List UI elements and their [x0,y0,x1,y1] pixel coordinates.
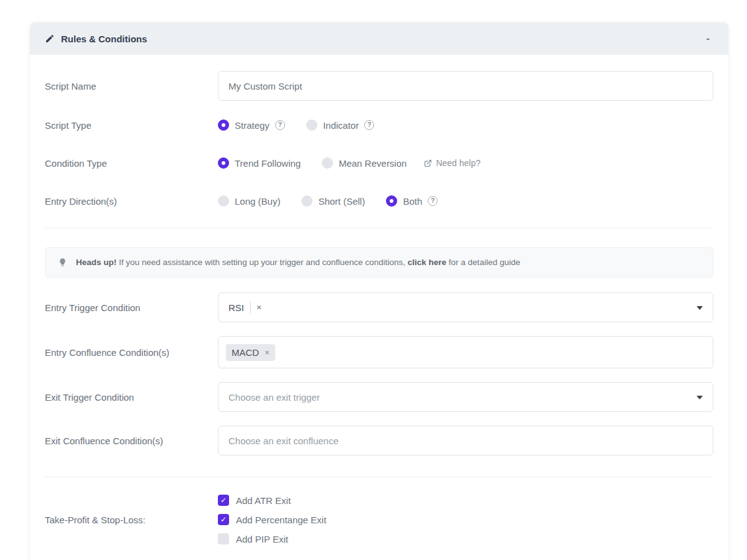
help-icon[interactable] [428,196,438,206]
radio-label: Both [403,196,422,207]
remove-tag-icon[interactable]: × [265,348,270,357]
script-name-input[interactable] [218,71,713,101]
exit-confluence-select[interactable]: Choose an exit confluence [218,426,713,455]
chevron-down-icon[interactable] [697,396,703,399]
radio-mean-reversion[interactable]: Mean Reversion [322,157,406,169]
checkbox-label: Add PIP Exit [236,534,288,544]
condition-type-radio-group: Trend Following Mean Reversion [218,157,406,169]
entry-trigger-label: Entry Trigger Condition [45,302,218,313]
checkbox-icon[interactable] [218,533,229,544]
script-type-radio-group: Strategy Indicator [218,119,374,131]
checkbox-add-atr-exit[interactable]: Add ATR Exit [218,495,326,506]
need-help-link[interactable]: Need help? [424,158,481,168]
help-icon[interactable] [275,120,285,130]
radio-icon[interactable] [218,195,229,207]
radio-label: Trend Following [235,158,301,169]
checkbox-icon[interactable] [218,514,229,525]
notice-bold-lead: Heads up! [76,258,116,267]
script-type-label: Script Type [45,120,218,131]
click-here-link[interactable]: click here [408,258,446,267]
entry-trigger-select[interactable]: RSI × [218,292,713,322]
entry-confluence-label: Entry Confluence Condition(s) [45,347,218,358]
select-placeholder: Choose an exit confluence [228,436,339,446]
tag-macd: MACD × [226,344,275,361]
checkbox-label: Add Percentange Exit [236,515,326,525]
notice-text: Heads up! If you need assistance with se… [76,258,520,267]
external-link-icon [424,159,432,167]
tp-sl-row: Take-Profit & Stop-Loss: Add ATR Exit Ad… [45,495,713,544]
tp-sl-check-group: Add ATR Exit Add Percentange Exit Add PI… [218,495,326,544]
radio-short-sell[interactable]: Short (Sell) [301,195,365,207]
radio-icon[interactable] [322,157,333,169]
pencil-icon [45,34,55,44]
radio-label: Indicator [323,120,359,131]
exit-trigger-select[interactable]: Choose an exit trigger [218,382,713,412]
lightbulb-icon [58,258,67,267]
exit-trigger-row: Exit Trigger Condition Choose an exit tr… [45,382,713,412]
notice-text-1: If you need assistance with setting up y… [116,258,408,267]
card-header: Rules & Conditions - [30,22,728,55]
radio-label: Strategy [235,120,270,131]
checkbox-add-percentange-exit[interactable]: Add Percentange Exit [218,514,326,525]
rules-conditions-card: Rules & Conditions - Script Name Script … [30,22,728,560]
selected-option: RSI × [228,301,261,314]
separator [250,301,251,314]
radio-icon[interactable] [218,119,229,131]
entry-trigger-row: Entry Trigger Condition RSI × [45,292,713,322]
exit-confluence-row: Exit Confluence Condition(s) Choose an e… [45,426,713,455]
checkbox-icon[interactable] [218,495,229,506]
radio-trend-following[interactable]: Trend Following [218,157,301,169]
section-divider [45,228,713,228]
script-type-row: Script Type Strategy Indicator [45,119,713,131]
card-title-text: Rules & Conditions [61,34,147,44]
need-help-text: Need help? [436,158,481,168]
tp-sl-label: Take-Profit & Stop-Loss: [45,515,218,525]
select-placeholder: Choose an exit trigger [228,392,320,403]
radio-label: Long (Buy) [235,196,280,207]
chevron-down-icon[interactable] [697,306,703,310]
entry-direction-radio-group: Long (Buy) Short (Sell) Both [218,195,438,207]
selected-option-text: RSI [228,302,244,313]
radio-both[interactable]: Both [386,195,438,207]
exit-confluence-label: Exit Confluence Condition(s) [45,436,218,446]
checkbox-label: Add ATR Exit [236,495,291,506]
notice-text-2: for a detailed guide [446,258,520,267]
card-body: Script Name Script Type Strategy Indicat… [30,55,728,560]
remove-selection-icon[interactable]: × [256,302,261,312]
radio-icon[interactable] [306,119,317,131]
tag-label: MACD [232,347,259,358]
help-icon[interactable] [364,120,374,130]
radio-icon[interactable] [218,157,229,169]
radio-icon[interactable] [301,195,312,207]
radio-label: Short (Sell) [318,196,365,207]
card-title: Rules & Conditions [45,34,147,44]
entry-confluence-select[interactable]: MACD × [218,336,713,368]
script-name-row: Script Name [45,71,713,101]
section-divider [45,477,713,477]
condition-type-row: Condition Type Trend Following Mean Reve… [45,157,713,169]
heads-up-notice: Heads up! If you need assistance with se… [45,247,713,278]
script-name-label: Script Name [45,81,218,91]
radio-indicator[interactable]: Indicator [306,119,375,131]
radio-strategy[interactable]: Strategy [218,119,285,131]
checkbox-add-pip-exit[interactable]: Add PIP Exit [218,533,326,544]
collapse-button[interactable]: - [703,31,713,46]
radio-label: Mean Reversion [339,158,406,169]
entry-direction-row: Entry Direction(s) Long (Buy) Short (Sel… [45,195,713,207]
entry-direction-label: Entry Direction(s) [45,196,218,207]
entry-confluence-row: Entry Confluence Condition(s) MACD × [45,336,713,368]
radio-icon[interactable] [386,195,397,207]
radio-long-buy[interactable]: Long (Buy) [218,195,280,207]
exit-trigger-label: Exit Trigger Condition [45,392,218,403]
condition-type-label: Condition Type [45,158,218,169]
